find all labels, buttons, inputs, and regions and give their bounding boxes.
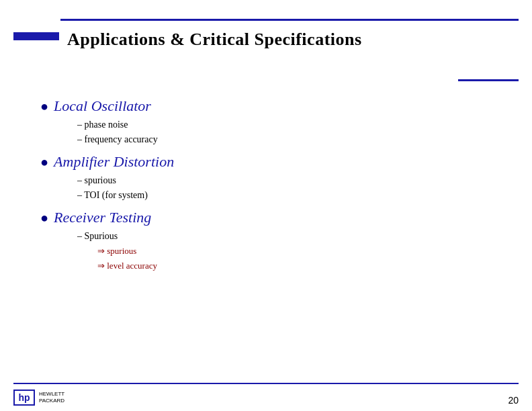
main-content: ● Local Oscillator phase noise frequency… bbox=[40, 97, 492, 279]
list-item: level accuracy bbox=[97, 259, 492, 273]
list-item: TOI (for system) bbox=[77, 188, 492, 203]
list-item: ● Receiver Testing bbox=[40, 209, 492, 226]
bullet-dot: ● bbox=[40, 99, 48, 114]
sub-items-local-oscillator: phase noise frequency accuracy bbox=[77, 118, 492, 148]
company-line2: PACKARD bbox=[39, 398, 64, 404]
bullet-l1-label: Amplifier Distortion bbox=[54, 153, 174, 171]
hp-company-name: HEWLETT PACKARD bbox=[39, 391, 64, 404]
list-item: phase noise bbox=[77, 118, 492, 132]
bullet-dot: ● bbox=[40, 210, 48, 226]
list-item: spurious bbox=[97, 244, 492, 259]
bullet-dot: ● bbox=[40, 154, 48, 170]
list-item: frequency accuracy bbox=[77, 132, 492, 147]
hp-logo-box: hp bbox=[13, 390, 35, 406]
sub-items-amplifier: spurious TOI (for system) bbox=[77, 173, 492, 203]
top-decorative-line bbox=[60, 19, 519, 21]
sub-sub-items-receiver: spurious level accuracy bbox=[97, 244, 492, 273]
bullet-l1-label: Local Oscillator bbox=[54, 97, 151, 115]
list-item: ● Amplifier Distortion bbox=[40, 153, 492, 171]
page-number: 20 bbox=[508, 395, 519, 406]
bottom-decorative-line bbox=[13, 383, 519, 384]
top-right-line bbox=[458, 79, 519, 81]
sub-items-receiver: Spurious spurious level accuracy bbox=[77, 229, 492, 274]
hp-logo: hp HEWLETT PACKARD bbox=[13, 390, 64, 406]
list-item: Spurious bbox=[77, 229, 492, 244]
page-title: Applications & Critical Specifications bbox=[67, 30, 362, 50]
title-accent-bar bbox=[13, 32, 59, 40]
bullet-l1-label: Receiver Testing bbox=[54, 209, 151, 226]
hp-logo-symbol: hp bbox=[18, 392, 30, 403]
list-item: ● Local Oscillator bbox=[40, 97, 492, 115]
list-item: spurious bbox=[77, 173, 492, 188]
company-line1: HEWLETT bbox=[39, 391, 64, 398]
